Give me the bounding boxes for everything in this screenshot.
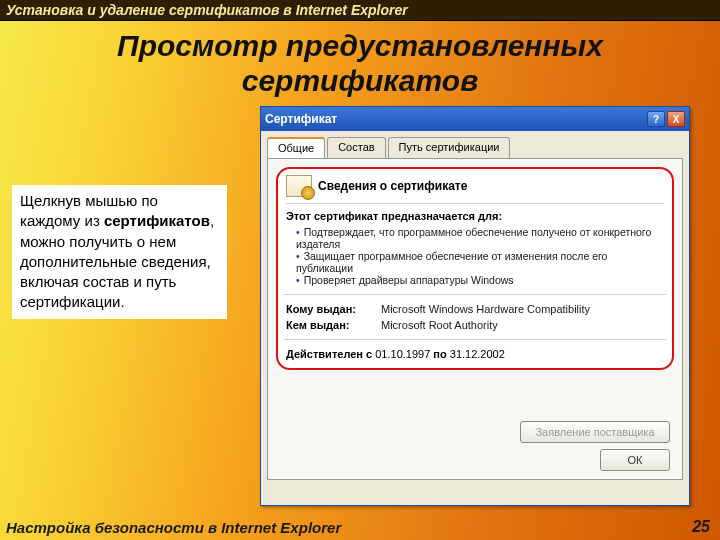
- close-button[interactable]: X: [667, 111, 685, 127]
- issued-to-label: Кому выдан:: [286, 303, 381, 315]
- cert-header: Сведения о сертификате: [286, 175, 664, 204]
- divider: [284, 339, 666, 340]
- purpose-list: Подтверждает, что программное обеспечени…: [286, 226, 664, 286]
- issued-by-label: Кем выдан:: [286, 319, 381, 331]
- dialog-title: Сертификат: [265, 112, 337, 126]
- purpose-item: Защищает программное обеспечение от изме…: [296, 250, 664, 274]
- slide-title: Просмотр предустановленных сертификатов: [20, 29, 700, 98]
- help-button[interactable]: ?: [647, 111, 665, 127]
- certificate-dialog: Сертификат ? X Общие Состав Путь сертифи…: [260, 106, 690, 506]
- valid-prefix: Действителен с: [286, 348, 375, 360]
- issued-by-value: Microsoft Root Authority: [381, 319, 664, 331]
- valid-to: 31.12.2002: [450, 348, 505, 360]
- slide-topbar: Установка и удаление сертификатов в Inte…: [0, 0, 720, 21]
- tab-general[interactable]: Общие: [267, 137, 325, 158]
- purpose-title: Этот сертификат предназначается для:: [286, 210, 664, 222]
- slide-bodytext: Щелкнув мышью по каждому из сертификатов…: [12, 185, 227, 319]
- divider: [284, 294, 666, 295]
- issuer-statement-button[interactable]: Заявление поставщика: [520, 421, 670, 443]
- dialog-tabs: Общие Состав Путь сертификации: [267, 137, 683, 158]
- page-number: 25: [692, 518, 710, 536]
- cert-header-text: Сведения о сертификате: [318, 179, 467, 193]
- valid-mid: по: [430, 348, 449, 360]
- issued-to-value: Microsoft Windows Hardware Compatibility: [381, 303, 664, 315]
- slide-footer: Настройка безопасности в Internet Explor…: [0, 514, 720, 540]
- certificate-icon: [286, 175, 312, 197]
- highlight-box: Сведения о сертификате Этот сертификат п…: [276, 167, 674, 370]
- purpose-item: Проверяет драйверы аппаратуры Windows: [296, 274, 664, 286]
- dialog-titlebar[interactable]: Сертификат ? X: [261, 107, 689, 131]
- tab-panel-general: Сведения о сертификате Этот сертификат п…: [267, 158, 683, 480]
- issued-by-row: Кем выдан: Microsoft Root Authority: [286, 319, 664, 331]
- ok-button[interactable]: ОК: [600, 449, 670, 471]
- purpose-item: Подтверждает, что программное обеспечени…: [296, 226, 664, 250]
- body-bold: сертификатов: [104, 212, 210, 229]
- validity-row: Действителен с 01.10.1997 по 31.12.2002: [286, 348, 664, 360]
- tab-details[interactable]: Состав: [327, 137, 385, 158]
- issued-to-row: Кому выдан: Microsoft Windows Hardware C…: [286, 303, 664, 315]
- footer-text: Настройка безопасности в Internet Explor…: [6, 519, 341, 536]
- tab-path[interactable]: Путь сертификации: [388, 137, 511, 158]
- dialog-footer: Заявление поставщика ОК: [280, 421, 670, 471]
- valid-from: 01.10.1997: [375, 348, 430, 360]
